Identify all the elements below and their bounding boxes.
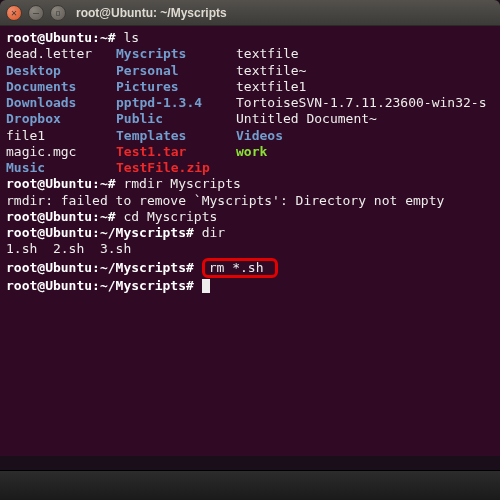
ls-item: TestFile.zip xyxy=(116,160,236,176)
prompt: root@Ubuntu:~# xyxy=(6,30,116,45)
ls-item: Downloads xyxy=(6,95,116,111)
prompt: root@Ubuntu:~# xyxy=(6,176,116,191)
prompt: root@Ubuntu:~/Myscripts# xyxy=(6,225,194,240)
cursor xyxy=(202,279,210,293)
command-rm: rm *.sh xyxy=(209,260,264,275)
ls-item: Videos xyxy=(236,128,283,144)
bottom-dock xyxy=(0,470,500,500)
ls-item: Myscripts xyxy=(116,46,236,62)
minimize-icon[interactable]: – xyxy=(28,5,44,21)
ls-item: dead.letter xyxy=(6,46,116,62)
command-rmdir: rmdir Myscripts xyxy=(123,176,240,191)
ls-item: Public xyxy=(116,111,236,127)
ls-output: dead.letterMyscriptstextfile DesktopPers… xyxy=(6,46,486,175)
ls-item: file1 xyxy=(6,128,116,144)
maximize-icon[interactable]: ▫ xyxy=(50,5,66,21)
ls-item: Dropbox xyxy=(6,111,116,127)
command-dir: dir xyxy=(202,225,225,240)
command-cd: cd Myscripts xyxy=(123,209,217,224)
terminal-body[interactable]: root@Ubuntu:~# ls dead.letterMyscriptste… xyxy=(0,26,500,456)
prompt: root@Ubuntu:~/Myscripts# xyxy=(6,278,194,293)
ls-item: Desktop xyxy=(6,63,116,79)
ls-item: textfile xyxy=(236,46,299,62)
ls-item: Test1.tar xyxy=(116,144,236,160)
prompt: root@Ubuntu:~# xyxy=(6,209,116,224)
window-title: root@Ubuntu: ~/Myscripts xyxy=(76,6,227,20)
titlebar[interactable]: ✕ – ▫ root@Ubuntu: ~/Myscripts xyxy=(0,0,500,26)
close-icon[interactable]: ✕ xyxy=(6,5,22,21)
ls-item: Music xyxy=(6,160,116,176)
ls-item: work xyxy=(236,144,267,160)
ls-item: Personal xyxy=(116,63,236,79)
ls-item: textfile1 xyxy=(236,79,306,95)
command-ls: ls xyxy=(123,30,139,45)
rmdir-error: rmdir: failed to remove `Myscripts': Dir… xyxy=(6,193,444,208)
ls-item: TortoiseSVN-1.7.11.23600-win32-s xyxy=(236,95,486,111)
ls-item: magic.mgc xyxy=(6,144,116,160)
dir-output: 1.sh 2.sh 3.sh xyxy=(6,241,131,256)
terminal-window: ✕ – ▫ root@Ubuntu: ~/Myscripts root@Ubun… xyxy=(0,0,500,456)
ls-item: Documents xyxy=(6,79,116,95)
ls-item: Pictures xyxy=(116,79,236,95)
ls-item: Templates xyxy=(116,128,236,144)
ls-item: Untitled Document~ xyxy=(236,111,377,127)
prompt: root@Ubuntu:~/Myscripts# xyxy=(6,260,194,275)
ls-item: textfile~ xyxy=(236,63,306,79)
ls-item: pptpd-1.3.4 xyxy=(116,95,236,111)
highlighted-command: rm *.sh xyxy=(202,258,279,278)
